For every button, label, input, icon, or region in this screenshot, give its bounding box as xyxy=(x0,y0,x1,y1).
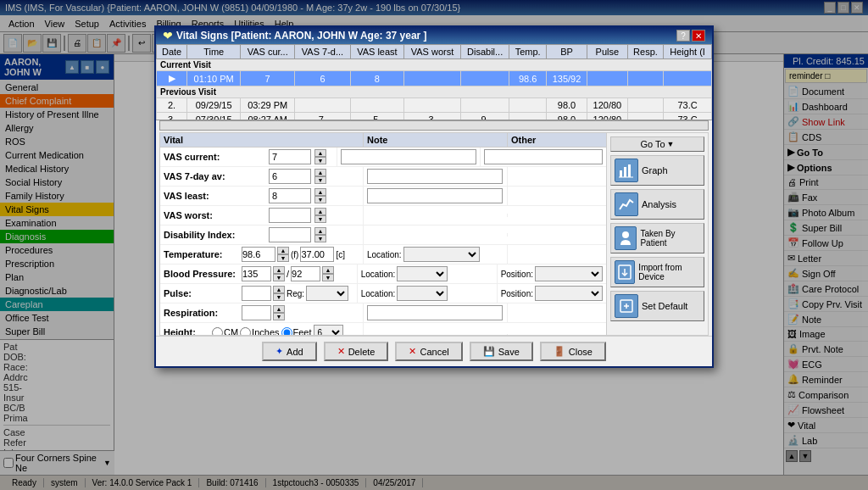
save-button[interactable]: 💾 Save xyxy=(470,342,533,361)
temp-input[interactable] xyxy=(242,247,275,262)
vas-worst-up[interactable]: ▲ xyxy=(314,208,326,215)
bp-location-select[interactable] xyxy=(397,266,448,281)
modal-close-btn[interactable]: ✕ xyxy=(692,30,705,42)
row2-vasc xyxy=(295,98,350,113)
row3-vasl: 3. xyxy=(404,113,461,121)
table-row-3[interactable]: 3. 07/30/15 08:27 AM 7. 5. 3. 9. 98.0 12… xyxy=(157,113,712,121)
pulse-location-select[interactable] xyxy=(397,286,448,301)
temp-spinner[interactable]: ▲ ▼ xyxy=(277,247,289,262)
pulse-down[interactable]: ▼ xyxy=(273,293,285,301)
row-disability: Disability Index: ▲ ▼ xyxy=(160,226,606,245)
temp-down[interactable]: ▼ xyxy=(277,254,289,262)
vas-7day-up[interactable]: ▲ xyxy=(314,169,326,176)
height-cm-radio[interactable] xyxy=(212,327,223,337)
pulse-location-label: Location: xyxy=(361,289,396,298)
import-device-label: Import from Device xyxy=(638,263,700,281)
table-row-current[interactable]: ▶ 01:10 PM 7 6 8 98.6 135/92 xyxy=(157,71,712,86)
temp-location-select[interactable] xyxy=(403,247,480,262)
modal-help-btn[interactable]: ? xyxy=(676,30,690,42)
disability-up[interactable]: ▲ xyxy=(314,227,326,235)
goto-action-btn[interactable]: Go To ▼ xyxy=(610,136,704,152)
import-device-btn[interactable]: Import from Device xyxy=(610,257,704,287)
disability-down[interactable]: ▼ xyxy=(314,235,326,242)
modal-title-bar: ❤ Vital Signs [Patient: AARON, JOHN W Ag… xyxy=(156,27,712,44)
height-inches-radio[interactable] xyxy=(240,327,251,337)
th-time: Time xyxy=(187,45,241,59)
row3-height: 73.C xyxy=(664,113,712,121)
temp-location-label: Location: xyxy=(367,250,402,259)
set-default-btn[interactable]: Set Default xyxy=(610,291,704,321)
bp-systolic[interactable] xyxy=(242,266,271,281)
save-icon: 💾 xyxy=(483,346,495,357)
th-vas-worst: VAS worst xyxy=(404,45,461,59)
vas-7day-spinner[interactable]: ▲ ▼ xyxy=(314,169,326,184)
table-row-2[interactable]: 2. 09/29/15 03:29 PM 98.0 120/80 73.C xyxy=(157,98,712,113)
vas-worst-down[interactable]: ▼ xyxy=(314,215,326,223)
vas-current-other[interactable] xyxy=(484,149,603,164)
th-resp: Resp. xyxy=(627,45,663,59)
vas-least-input[interactable] xyxy=(269,188,311,203)
analysis-action-btn[interactable]: Analysis xyxy=(610,189,704,220)
bp-systolic-spinner[interactable]: ▲ ▼ xyxy=(273,266,285,281)
vital-col-headers: Vital Note Other xyxy=(160,133,606,148)
vas-7day-note[interactable] xyxy=(367,169,503,184)
resp-label: Respiration: xyxy=(164,308,240,318)
bp-sys-up[interactable]: ▲ xyxy=(273,266,285,274)
resp-up[interactable]: ▲ xyxy=(273,305,285,313)
row3-vasc: 7. xyxy=(295,113,350,121)
bp-sys-down[interactable]: ▼ xyxy=(273,274,285,281)
bp-position-select[interactable] xyxy=(535,266,603,281)
delete-button[interactable]: ✕ Delete xyxy=(324,342,389,361)
temp-up[interactable]: ▲ xyxy=(277,247,289,254)
bp-dia-up[interactable]: ▲ xyxy=(322,266,334,274)
bp-dia-down[interactable]: ▼ xyxy=(322,274,334,281)
vas-current-down[interactable]: ▼ xyxy=(314,157,326,164)
vas-7day-input[interactable] xyxy=(269,169,311,184)
vital-form-container: Vital Note Other VAS current: ▲ ▼ xyxy=(159,132,607,336)
vas-current-spinner[interactable]: ▲ ▼ xyxy=(314,149,326,164)
row-bp: Blood Pressure: ▲ ▼ / ▲ ▼ xyxy=(160,264,606,284)
vas-worst-input[interactable] xyxy=(269,208,311,223)
disability-input[interactable] xyxy=(269,227,311,242)
vas-least-note[interactable] xyxy=(367,188,503,203)
height-feet-radio[interactable] xyxy=(281,327,292,337)
vas-current-input[interactable] xyxy=(269,149,311,164)
pulse-spinner[interactable]: ▲ ▼ xyxy=(273,286,285,301)
row-bp-cur: 135/92 xyxy=(547,71,587,86)
pulse-reg-select[interactable] xyxy=(306,286,348,301)
row3-dis xyxy=(509,113,547,121)
add-button[interactable]: ✦ Add xyxy=(262,342,317,361)
vas-7day-down[interactable]: ▼ xyxy=(314,176,326,184)
pulse-position-select[interactable] xyxy=(535,286,603,301)
close-button[interactable]: 🚪 Close xyxy=(540,342,606,361)
resp-note[interactable] xyxy=(367,305,503,320)
th-vas-cur: VAS cur... xyxy=(241,45,295,59)
default-icon xyxy=(615,294,638,318)
resp-down[interactable]: ▼ xyxy=(273,313,285,320)
cancel-button[interactable]: ✕ Cancel xyxy=(395,342,462,361)
resp-spinner[interactable]: ▲ ▼ xyxy=(273,305,285,320)
graph-action-btn[interactable]: Graph xyxy=(610,155,704,186)
row3-vasw: 9. xyxy=(460,113,509,121)
vas-least-up[interactable]: ▲ xyxy=(314,188,326,196)
table-scrollbar[interactable] xyxy=(159,120,709,131)
bp-diastolic-spinner[interactable]: ▲ ▼ xyxy=(322,266,334,281)
disability-spinner[interactable]: ▲ ▼ xyxy=(314,227,326,242)
row3-num: 3. xyxy=(157,113,187,121)
temp-celsius-input[interactable] xyxy=(300,247,334,262)
taken-by-patient-btn[interactable]: Taken By Patient xyxy=(610,223,704,253)
vas-current-up[interactable]: ▲ xyxy=(314,149,326,157)
row-height-cur xyxy=(664,71,712,86)
bp-diastolic[interactable] xyxy=(291,266,320,281)
vas-least-down[interactable]: ▼ xyxy=(314,196,326,203)
row3-temp: 98.0 xyxy=(547,113,587,121)
row-pulse: Pulse: ▲ ▼ Reg: Location: P xyxy=(160,284,606,303)
vas-worst-spinner[interactable]: ▲ ▼ xyxy=(314,208,326,223)
resp-input[interactable] xyxy=(242,305,271,320)
pulse-up[interactable]: ▲ xyxy=(273,286,285,293)
height-feet-select[interactable]: 6 xyxy=(314,325,343,336)
vas-current-note[interactable] xyxy=(341,149,476,164)
pulse-input[interactable] xyxy=(242,286,271,301)
vas-least-spinner[interactable]: ▲ ▼ xyxy=(314,188,326,203)
goto-label: Go To xyxy=(640,139,665,149)
